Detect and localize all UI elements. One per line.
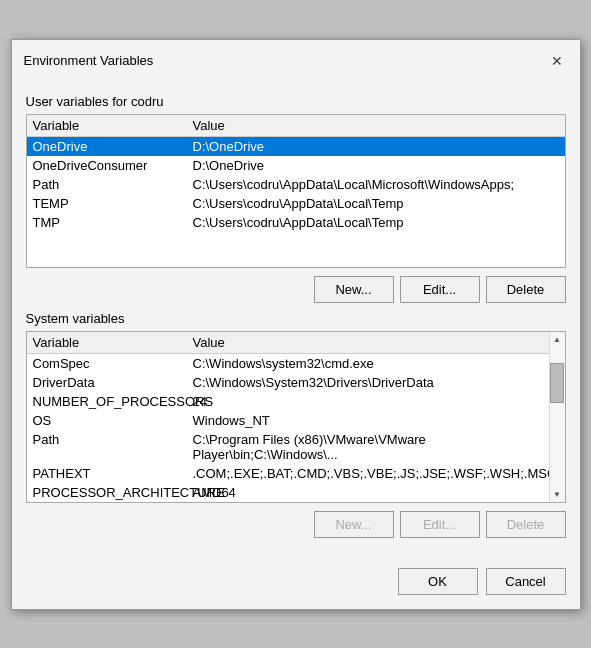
row-value: C:\Users\codru\AppData\Local\Microsoft\W…	[193, 177, 559, 192]
dialog-title: Environment Variables	[24, 53, 154, 68]
ok-button[interactable]: OK	[398, 568, 478, 595]
system-variables-table: Variable Value ComSpec C:\Windows\system…	[26, 331, 566, 503]
table-row[interactable]: Path C:\Program Files (x86)\VMware\VMwar…	[27, 430, 549, 464]
system-variable-col-header: Variable	[33, 335, 193, 350]
table-row[interactable]: NUMBER_OF_PROCESSORS 24	[27, 392, 549, 411]
system-scrollbar[interactable]: ▲ ▼	[549, 332, 565, 502]
row-value: 24	[193, 394, 543, 409]
system-table-rows: ComSpec C:\Windows\system32\cmd.exe Driv…	[27, 354, 549, 502]
row-variable: Path	[33, 432, 193, 462]
system-table-header: Variable Value	[27, 332, 549, 354]
environment-variables-dialog: Environment Variables ✕ User variables f…	[11, 39, 581, 610]
scroll-down-arrow[interactable]: ▼	[550, 487, 564, 502]
system-edit-button[interactable]: Edit...	[400, 511, 480, 538]
row-value: AMD64	[193, 485, 543, 500]
row-value: C:\Program Files (x86)\VMware\VMware Pla…	[193, 432, 543, 462]
table-row[interactable]: OS Windows_NT	[27, 411, 549, 430]
table-row[interactable]: PROCESSOR_ARCHITECTURE AMD64	[27, 483, 549, 502]
scroll-up-arrow[interactable]: ▲	[550, 332, 564, 347]
row-variable: Path	[33, 177, 193, 192]
row-value: D:\OneDrive	[193, 139, 559, 154]
user-new-button[interactable]: New...	[314, 276, 394, 303]
system-button-row: New... Edit... Delete	[26, 511, 566, 538]
row-value: C:\Windows\System32\Drivers\DriverData	[193, 375, 543, 390]
dialog-body: User variables for codru Variable Value …	[12, 80, 580, 560]
row-variable: OneDrive	[33, 139, 193, 154]
title-bar: Environment Variables ✕	[12, 40, 580, 80]
user-section-label: User variables for codru	[26, 94, 566, 109]
system-section-label: System variables	[26, 311, 566, 326]
user-edit-button[interactable]: Edit...	[400, 276, 480, 303]
dialog-footer: OK Cancel	[12, 560, 580, 609]
table-row[interactable]: ComSpec C:\Windows\system32\cmd.exe	[27, 354, 549, 373]
user-variable-col-header: Variable	[33, 118, 193, 133]
row-variable: OS	[33, 413, 193, 428]
row-variable: TMP	[33, 215, 193, 230]
row-variable: OneDriveConsumer	[33, 158, 193, 173]
table-row[interactable]: OneDrive D:\OneDrive	[27, 137, 565, 156]
close-button[interactable]: ✕	[546, 50, 568, 72]
row-variable: PATHEXT	[33, 466, 193, 481]
user-table-header: Variable Value	[27, 115, 565, 137]
user-delete-button[interactable]: Delete	[486, 276, 566, 303]
row-value: C:\Users\codru\AppData\Local\Temp	[193, 215, 559, 230]
table-row[interactable]: TEMP C:\Users\codru\AppData\Local\Temp	[27, 194, 565, 213]
row-value: C:\Windows\system32\cmd.exe	[193, 356, 543, 371]
table-row[interactable]: Path C:\Users\codru\AppData\Local\Micros…	[27, 175, 565, 194]
row-variable: ComSpec	[33, 356, 193, 371]
system-value-col-header: Value	[193, 335, 543, 350]
row-variable: TEMP	[33, 196, 193, 211]
row-variable: PROCESSOR_ARCHITECTURE	[33, 485, 193, 500]
user-button-row: New... Edit... Delete	[26, 276, 566, 303]
row-variable: NUMBER_OF_PROCESSORS	[33, 394, 193, 409]
table-row[interactable]: OneDriveConsumer D:\OneDrive	[27, 156, 565, 175]
table-row[interactable]: PATHEXT .COM;.EXE;.BAT;.CMD;.VBS;.VBE;.J…	[27, 464, 549, 483]
table-row[interactable]: DriverData C:\Windows\System32\Drivers\D…	[27, 373, 549, 392]
row-value: .COM;.EXE;.BAT;.CMD;.VBS;.VBE;.JS;.JSE;.…	[193, 466, 549, 481]
row-value: Windows_NT	[193, 413, 543, 428]
row-variable: DriverData	[33, 375, 193, 390]
table-row[interactable]: TMP C:\Users\codru\AppData\Local\Temp	[27, 213, 565, 232]
cancel-button[interactable]: Cancel	[486, 568, 566, 595]
row-value: D:\OneDrive	[193, 158, 559, 173]
scroll-thumb[interactable]	[550, 363, 564, 403]
user-table-rows: OneDrive D:\OneDrive OneDriveConsumer D:…	[27, 137, 565, 267]
row-value: C:\Users\codru\AppData\Local\Temp	[193, 196, 559, 211]
system-new-button[interactable]: New...	[314, 511, 394, 538]
user-variables-table: Variable Value OneDrive D:\OneDrive OneD…	[26, 114, 566, 268]
system-table-inner: Variable Value ComSpec C:\Windows\system…	[27, 332, 549, 502]
system-delete-button[interactable]: Delete	[486, 511, 566, 538]
user-value-col-header: Value	[193, 118, 559, 133]
